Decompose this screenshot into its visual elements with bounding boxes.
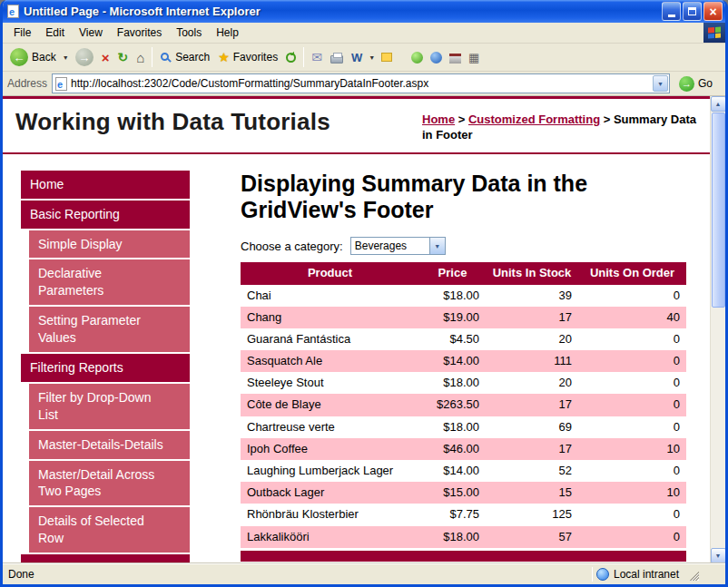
cell-price: $14.00 [419, 460, 486, 482]
scrollbar-thumb[interactable] [712, 113, 725, 308]
window-title: Untitled Page - Microsoft Internet Explo… [24, 5, 657, 18]
address-input[interactable] [71, 77, 649, 90]
sidebar-item-home[interactable]: Home [21, 171, 190, 199]
cell-price: $263.50 [419, 394, 486, 416]
toolbar-separator [303, 47, 304, 67]
sidebar-item-setting-parameter-values[interactable]: Setting Parameter Values [29, 307, 190, 352]
scroll-up-button[interactable]: ▲ [711, 96, 726, 112]
grid-row: Ipoh Coffee$46.001710 [241, 438, 686, 460]
category-select[interactable]: Beverages ▼ [350, 237, 446, 255]
breadcrumb-link-home[interactable]: Home [422, 113, 455, 126]
grid-row: Côte de Blaye$263.50170 [241, 394, 686, 416]
cell-product: Laughing Lumberjack Lager [241, 460, 419, 482]
menu-item-help[interactable]: Help [209, 24, 246, 42]
edit-button[interactable]: W [348, 49, 366, 66]
cell-units-on-order: 0 [578, 350, 686, 372]
back-button[interactable]: ← Back [6, 45, 60, 69]
breadcrumb-link-customized-formatting[interactable]: Customized Formatting [468, 113, 600, 126]
sidebar-item-basic-reporting[interactable]: Basic Reporting [21, 201, 190, 229]
go-button[interactable]: → Go [674, 73, 721, 94]
grid-header-price: Price [419, 262, 486, 284]
zone-label: Local intranet [614, 568, 679, 581]
sidebar-item-master-detail-across-two-pages[interactable]: Master/Detail Across Two Pages [29, 461, 190, 506]
cell-price: $14.00 [419, 350, 486, 372]
cell-price: $4.50 [419, 328, 486, 350]
resize-grip[interactable] [687, 569, 699, 581]
sidebar-item-declarative-parameters[interactable]: Declarative Parameters [29, 259, 190, 305]
back-history-dropdown[interactable]: ▼ [61, 54, 71, 61]
sidebar-item-filter-by-drop-down-list[interactable]: Filter by Drop-Down List [29, 384, 190, 429]
cell-product: Chartreuse verte [241, 416, 419, 438]
breadcrumb: Home > Customized Formatting > Summary D… [422, 108, 699, 143]
history-icon [286, 53, 296, 63]
mail-icon: ✉ [311, 51, 322, 64]
refresh-icon: ↻ [117, 51, 128, 64]
menu-item-favorites[interactable]: Favorites [110, 24, 169, 42]
grid-row: Sasquatch Ale$14.001110 [241, 350, 686, 372]
menu-items: FileEditViewFavoritesToolsHelp [3, 23, 703, 43]
word-edit-icon: W [351, 52, 362, 64]
scroll-down-button[interactable]: ▼ [711, 548, 726, 563]
edit-dropdown[interactable]: ▼ [367, 54, 377, 61]
cell-units-on-order: 0 [578, 328, 686, 350]
grid-header-units-in-stock: Units In Stock [486, 262, 578, 284]
content-area: HomeBasic ReportingSimple DisplayDeclara… [3, 154, 710, 563]
category-label: Choose a category: [241, 240, 343, 253]
green-orb-button[interactable] [411, 52, 423, 64]
grid-button[interactable]: ▦ [468, 52, 479, 64]
print-button[interactable] [327, 49, 347, 66]
sidebar-item-simple-display[interactable]: Simple Display [29, 230, 190, 259]
building-button[interactable] [449, 54, 461, 64]
cell-units-on-order: 10 [578, 482, 686, 504]
minimize-button[interactable] [662, 2, 681, 21]
blue-globe-button[interactable] [430, 52, 442, 64]
cell-product: Chai [241, 285, 419, 307]
close-button[interactable]: × [703, 2, 723, 21]
cell-units-on-order: 0 [578, 372, 686, 394]
menu-item-tools[interactable]: Tools [169, 24, 209, 42]
print-icon [330, 55, 343, 64]
menu-item-edit[interactable]: Edit [38, 24, 72, 42]
cell-price: $18.00 [419, 285, 486, 307]
cell-units-in-stock: 111 [486, 350, 578, 372]
cell-product: Lakkalikööri [241, 526, 419, 550]
sidebar-item-filtering-reports[interactable]: Filtering Reports [21, 354, 190, 382]
cell-units-on-order: 40 [578, 307, 686, 328]
address-dropdown[interactable]: ▼ [653, 75, 668, 92]
menu-item-view[interactable]: View [72, 24, 110, 42]
sidebar-item-customized-formatting[interactable]: Customized Formatting [21, 554, 190, 563]
status-text: Done [8, 568, 34, 581]
home-button[interactable]: ⌂ [133, 48, 148, 67]
search-label: Search [175, 51, 210, 64]
stop-icon: × [102, 51, 110, 64]
vertical-scrollbar[interactable]: ▲ ▼ [710, 96, 725, 563]
sidebar-item-master-details-details[interactable]: Master-Details-Details [29, 431, 190, 459]
toolbar-separator [152, 47, 152, 67]
search-button[interactable]: Search [156, 48, 213, 66]
cell-price: $15.00 [419, 482, 486, 504]
windows-logo-icon [703, 23, 725, 43]
cell-product: Outback Lager [241, 482, 419, 504]
history-button[interactable] [282, 50, 300, 65]
favorites-button[interactable]: ★ Favorites [214, 48, 281, 66]
forward-button[interactable]: → [72, 45, 97, 69]
cell-product: Guaraná Fantástica [241, 328, 419, 350]
stop-button[interactable]: × [98, 48, 113, 67]
mail-button[interactable]: ✉ [308, 48, 326, 66]
address-field: e ▼ [52, 73, 670, 93]
status-divider [592, 567, 593, 582]
cell-units-on-order: 0 [578, 504, 686, 525]
sidebar-item-details-of-selected-row[interactable]: Details of Selected Row [29, 507, 190, 553]
grid-row: Chartreuse verte$18.00690 [241, 416, 686, 438]
cell-units-in-stock: 17 [486, 394, 578, 416]
refresh-button[interactable]: ↻ [113, 48, 132, 66]
menu-item-file[interactable]: File [6, 24, 38, 42]
cell-units-on-order: 0 [578, 416, 686, 438]
cell-units-in-stock: 57 [486, 526, 578, 550]
toolbar: ← Back ▼ → × ↻ ⌂ Search ★ Favorites ✉ [3, 44, 725, 72]
cell-product: Côte de Blaye [241, 394, 419, 416]
maximize-button[interactable] [683, 2, 702, 21]
title-bar[interactable]: e Untitled Page - Microsoft Internet Exp… [3, 0, 725, 23]
grid-header-row: ProductPriceUnits In StockUnits On Order [241, 262, 686, 284]
discuss-button[interactable] [378, 50, 396, 64]
